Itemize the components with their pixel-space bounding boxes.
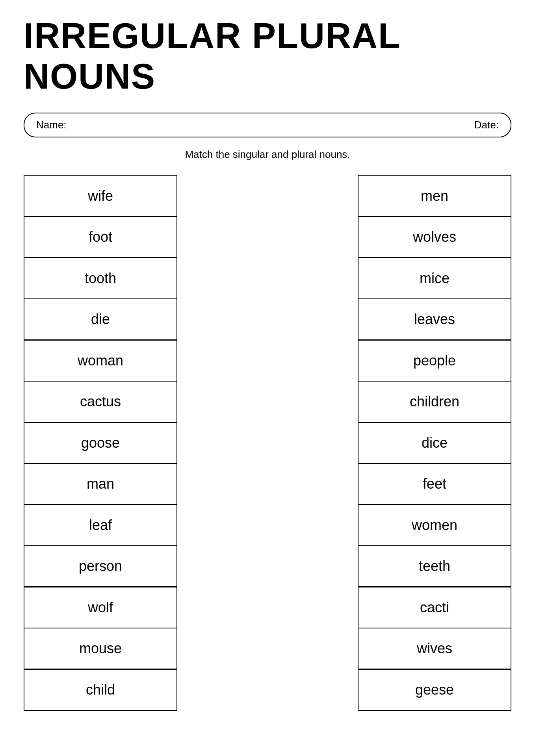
left-word-box: foot — [24, 216, 177, 258]
instructions: Match the singular and plural nouns. — [24, 148, 511, 161]
right-word-box: dice — [358, 422, 511, 464]
matching-columns: wifefoottoothdiewomancactusgoosemanleafp… — [24, 175, 511, 711]
right-word-box: wives — [358, 628, 511, 670]
right-word-box: women — [358, 504, 511, 546]
right-word-box: mice — [358, 257, 511, 299]
right-column: menwolvesmiceleavespeoplechildrendicefee… — [358, 175, 511, 711]
left-word-box: person — [24, 545, 177, 587]
left-word-box: cactus — [24, 381, 177, 423]
right-word-box: teeth — [358, 545, 511, 587]
name-date-bar: Name: Date: — [24, 113, 511, 137]
name-label: Name: — [36, 119, 67, 131]
right-word-box: men — [358, 175, 511, 217]
right-word-box: cacti — [358, 586, 511, 628]
left-word-box: tooth — [24, 257, 177, 299]
left-word-box: woman — [24, 339, 177, 382]
page-title: IRREGULAR PLURAL NOUNS — [24, 16, 511, 97]
right-word-box: leaves — [358, 298, 511, 341]
left-word-box: wolf — [24, 586, 177, 628]
left-word-box: wife — [24, 175, 177, 217]
left-word-box: goose — [24, 422, 177, 464]
left-column: wifefoottoothdiewomancactusgoosemanleafp… — [24, 175, 177, 711]
left-word-box: child — [24, 669, 177, 711]
right-word-box: feet — [358, 463, 511, 505]
right-word-box: people — [358, 339, 511, 382]
right-word-box: children — [358, 381, 511, 423]
left-word-box: leaf — [24, 504, 177, 546]
right-word-box: geese — [358, 669, 511, 711]
left-word-box: mouse — [24, 628, 177, 670]
left-word-box: die — [24, 298, 177, 341]
right-word-box: wolves — [358, 216, 511, 258]
date-label: Date: — [474, 119, 499, 131]
left-word-box: man — [24, 463, 177, 505]
